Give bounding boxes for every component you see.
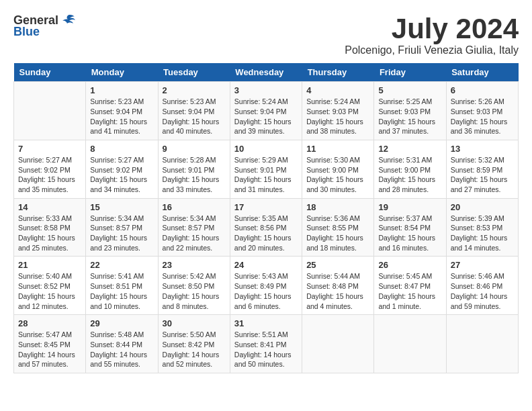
sunrise: Sunrise: 5:34 AM (90, 214, 153, 224)
sunset: Sunset: 9:03 PM (306, 107, 369, 117)
day-number: 1 (90, 85, 153, 95)
sunset: Sunset: 8:44 PM (90, 340, 153, 350)
sunrise: Sunrise: 5:23 AM (163, 97, 226, 107)
header-tuesday: Tuesday (158, 63, 230, 82)
sunset: Sunset: 9:04 PM (234, 107, 298, 117)
calendar-cell: 1 Sunrise: 5:23 AM Sunset: 9:04 PM Dayli… (86, 82, 158, 140)
sunrise: Sunrise: 5:29 AM (234, 155, 298, 165)
calendar-cell: 9 Sunrise: 5:28 AM Sunset: 9:01 PM Dayli… (158, 140, 230, 198)
daylight: Daylight: 15 hours and 38 minutes. (306, 117, 369, 136)
day-info: Sunrise: 5:50 AM Sunset: 8:42 PM Dayligh… (163, 330, 226, 369)
day-number: 17 (234, 202, 298, 212)
day-number: 20 (451, 202, 514, 212)
calendar-row-3: 14 Sunrise: 5:33 AM Sunset: 8:58 PM Dayl… (14, 198, 519, 257)
day-number: 3 (234, 85, 298, 95)
sunset: Sunset: 8:55 PM (306, 223, 369, 233)
day-number: 16 (163, 202, 226, 212)
daylight: Daylight: 14 hours and 55 minutes. (90, 350, 153, 369)
sunset: Sunset: 8:46 PM (451, 281, 514, 291)
calendar-cell: 11 Sunrise: 5:30 AM Sunset: 9:00 PM Dayl… (302, 140, 374, 198)
day-info: Sunrise: 5:33 AM Sunset: 8:58 PM Dayligh… (18, 214, 81, 253)
header-thursday: Thursday (302, 63, 374, 82)
day-number: 9 (163, 144, 226, 154)
sunset: Sunset: 9:01 PM (163, 165, 226, 175)
day-number: 25 (306, 260, 369, 270)
calendar-cell: 30 Sunrise: 5:50 AM Sunset: 8:42 PM Dayl… (158, 315, 230, 373)
sunrise: Sunrise: 5:23 AM (90, 97, 153, 107)
daylight: Daylight: 15 hours and 8 minutes. (163, 291, 226, 311)
calendar-cell: 10 Sunrise: 5:29 AM Sunset: 9:01 PM Dayl… (230, 140, 302, 198)
sunrise: Sunrise: 5:51 AM (234, 330, 298, 340)
header-saturday: Saturday (446, 63, 518, 82)
calendar-cell: 26 Sunrise: 5:45 AM Sunset: 8:47 PM Dayl… (374, 257, 446, 315)
day-number: 13 (451, 144, 514, 154)
logo-blue: Blue (13, 25, 40, 39)
day-info: Sunrise: 5:26 AM Sunset: 9:03 PM Dayligh… (451, 97, 514, 136)
daylight: Daylight: 15 hours and 20 minutes. (234, 233, 298, 253)
sunrise: Sunrise: 5:47 AM (18, 330, 81, 340)
sunset: Sunset: 8:56 PM (234, 223, 298, 233)
day-number: 18 (306, 202, 369, 212)
day-info: Sunrise: 5:23 AM Sunset: 9:04 PM Dayligh… (90, 97, 153, 136)
sunrise: Sunrise: 5:48 AM (90, 330, 153, 340)
sunset: Sunset: 9:00 PM (306, 165, 369, 175)
sunset: Sunset: 9:00 PM (378, 165, 441, 175)
daylight: Daylight: 15 hours and 4 minutes. (306, 291, 369, 311)
day-info: Sunrise: 5:32 AM Sunset: 8:59 PM Dayligh… (451, 155, 514, 195)
day-number: 6 (451, 85, 514, 95)
calendar-cell: 20 Sunrise: 5:39 AM Sunset: 8:53 PM Dayl… (446, 198, 518, 257)
sunrise: Sunrise: 5:27 AM (18, 155, 81, 165)
sunset: Sunset: 8:50 PM (163, 281, 226, 291)
sunrise: Sunrise: 5:37 AM (378, 214, 441, 224)
calendar-cell: 15 Sunrise: 5:34 AM Sunset: 8:57 PM Dayl… (86, 198, 158, 257)
day-info: Sunrise: 5:46 AM Sunset: 8:46 PM Dayligh… (451, 271, 514, 311)
calendar-cell: 17 Sunrise: 5:35 AM Sunset: 8:56 PM Dayl… (230, 198, 302, 257)
sunset: Sunset: 9:04 PM (90, 107, 153, 117)
day-number: 14 (18, 202, 81, 212)
daylight: Daylight: 15 hours and 41 minutes. (90, 117, 153, 136)
day-info: Sunrise: 5:48 AM Sunset: 8:44 PM Dayligh… (90, 330, 153, 369)
day-info: Sunrise: 5:31 AM Sunset: 9:00 PM Dayligh… (378, 155, 441, 195)
day-number: 8 (90, 144, 153, 154)
calendar-cell: 25 Sunrise: 5:44 AM Sunset: 8:48 PM Dayl… (302, 257, 374, 315)
calendar-cell: 16 Sunrise: 5:34 AM Sunset: 8:57 PM Dayl… (158, 198, 230, 257)
daylight: Daylight: 14 hours and 50 minutes. (234, 350, 298, 369)
day-info: Sunrise: 5:27 AM Sunset: 9:02 PM Dayligh… (18, 155, 81, 195)
sunrise: Sunrise: 5:40 AM (18, 271, 81, 281)
day-info: Sunrise: 5:37 AM Sunset: 8:54 PM Dayligh… (378, 214, 441, 253)
day-info: Sunrise: 5:39 AM Sunset: 8:53 PM Dayligh… (451, 214, 514, 253)
day-number: 24 (234, 260, 298, 270)
sunset: Sunset: 9:02 PM (18, 165, 81, 175)
daylight: Daylight: 15 hours and 37 minutes. (378, 117, 441, 136)
calendar-cell: 24 Sunrise: 5:43 AM Sunset: 8:49 PM Dayl… (230, 257, 302, 315)
calendar-cell: 22 Sunrise: 5:41 AM Sunset: 8:51 PM Dayl… (86, 257, 158, 315)
calendar-cell (14, 82, 86, 140)
sunset: Sunset: 8:58 PM (18, 223, 81, 233)
day-info: Sunrise: 5:23 AM Sunset: 9:04 PM Dayligh… (163, 97, 226, 136)
day-number: 4 (306, 85, 369, 95)
calendar-cell: 28 Sunrise: 5:47 AM Sunset: 8:45 PM Dayl… (14, 315, 86, 373)
calendar-cell: 12 Sunrise: 5:31 AM Sunset: 9:00 PM Dayl… (374, 140, 446, 198)
calendar-row-2: 7 Sunrise: 5:27 AM Sunset: 9:02 PM Dayli… (14, 140, 519, 198)
sunrise: Sunrise: 5:24 AM (234, 97, 298, 107)
day-info: Sunrise: 5:40 AM Sunset: 8:52 PM Dayligh… (18, 271, 81, 311)
day-number: 12 (378, 144, 441, 154)
daylight: Daylight: 14 hours and 52 minutes. (163, 350, 226, 369)
header-sunday: Sunday (14, 63, 86, 82)
calendar-cell: 4 Sunrise: 5:24 AM Sunset: 9:03 PM Dayli… (302, 82, 374, 140)
daylight: Daylight: 15 hours and 31 minutes. (234, 175, 298, 194)
day-info: Sunrise: 5:43 AM Sunset: 8:49 PM Dayligh… (234, 271, 298, 311)
calendar-cell: 6 Sunrise: 5:26 AM Sunset: 9:03 PM Dayli… (446, 82, 518, 140)
sunset: Sunset: 9:02 PM (90, 165, 153, 175)
daylight: Daylight: 14 hours and 59 minutes. (451, 291, 514, 311)
day-number: 22 (90, 260, 153, 270)
day-number: 29 (90, 318, 153, 328)
sunrise: Sunrise: 5:26 AM (451, 97, 514, 107)
sunset: Sunset: 8:49 PM (234, 281, 298, 291)
sunrise: Sunrise: 5:41 AM (90, 271, 153, 281)
day-info: Sunrise: 5:25 AM Sunset: 9:03 PM Dayligh… (378, 97, 441, 136)
calendar-cell: 18 Sunrise: 5:36 AM Sunset: 8:55 PM Dayl… (302, 198, 374, 257)
day-info: Sunrise: 5:34 AM Sunset: 8:57 PM Dayligh… (90, 214, 153, 253)
day-info: Sunrise: 5:24 AM Sunset: 9:04 PM Dayligh… (234, 97, 298, 136)
daylight: Daylight: 14 hours and 57 minutes. (18, 350, 81, 369)
